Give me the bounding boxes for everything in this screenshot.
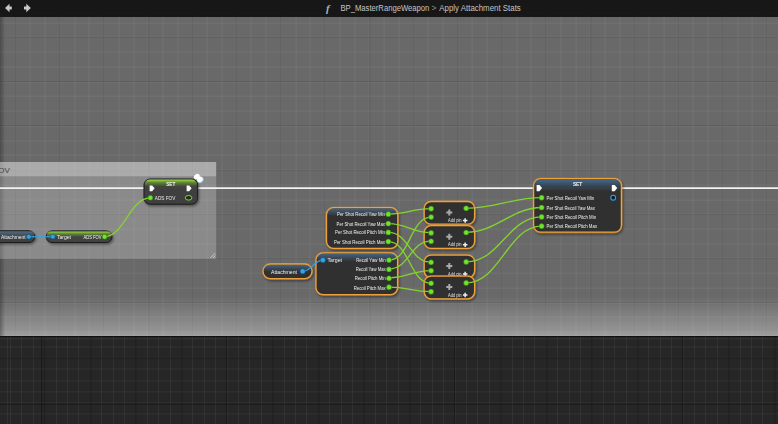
svg-text:Per Shot Recoil Pitch Max: Per Shot Recoil Pitch Max [547,223,598,229]
svg-text:Attachment: Attachment [1,234,26,240]
svg-text:Per Shot Recoil Yaw Max: Per Shot Recoil Yaw Max [337,221,386,227]
svg-text:Per Shot Recoil Pitch Min: Per Shot Recoil Pitch Min [335,229,385,235]
svg-text:SET: SET [573,182,582,187]
svg-text:SET: SET [166,182,175,187]
svg-text:Per Shot Recoil Pitch Min: Per Shot Recoil Pitch Min [547,214,597,220]
svg-text:Recoil Pitch Max: Recoil Pitch Max [354,285,386,291]
svg-text:Per Shot Recoil Yaw Min: Per Shot Recoil Yaw Min [337,211,385,217]
svg-text:f: f [326,2,331,14]
svg-text:Recoil Pitch Min: Recoil Pitch Min [355,275,386,281]
svg-text:Apply Attachment Stats: Apply Attachment Stats [439,3,521,13]
svg-text:Recoil Yaw Min: Recoil Yaw Min [356,257,386,263]
svg-text:>: > [432,3,437,13]
svg-text:Recoil Yaw Max: Recoil Yaw Max [356,266,386,272]
svg-text:Per Shot Recoil Pitch Max: Per Shot Recoil Pitch Max [334,239,385,245]
svg-text:Per Shot Recoil Yaw Max: Per Shot Recoil Yaw Max [547,205,596,211]
svg-text:Target: Target [328,257,343,263]
svg-text:ADS FOV: ADS FOV [155,195,176,201]
svg-text:ADS FOV: ADS FOV [84,234,103,240]
svg-text:BP_MasterRangeWeapon: BP_MasterRangeWeapon [340,3,429,13]
svg-text:Add pin: Add pin [448,217,462,223]
svg-text:Attachment: Attachment [271,269,298,275]
svg-text:Per Shot Recoil Yaw Min: Per Shot Recoil Yaw Min [547,195,595,201]
svg-text:Set ADS FOV: Set ADS FOV [0,166,11,175]
svg-text:Target: Target [57,234,72,240]
